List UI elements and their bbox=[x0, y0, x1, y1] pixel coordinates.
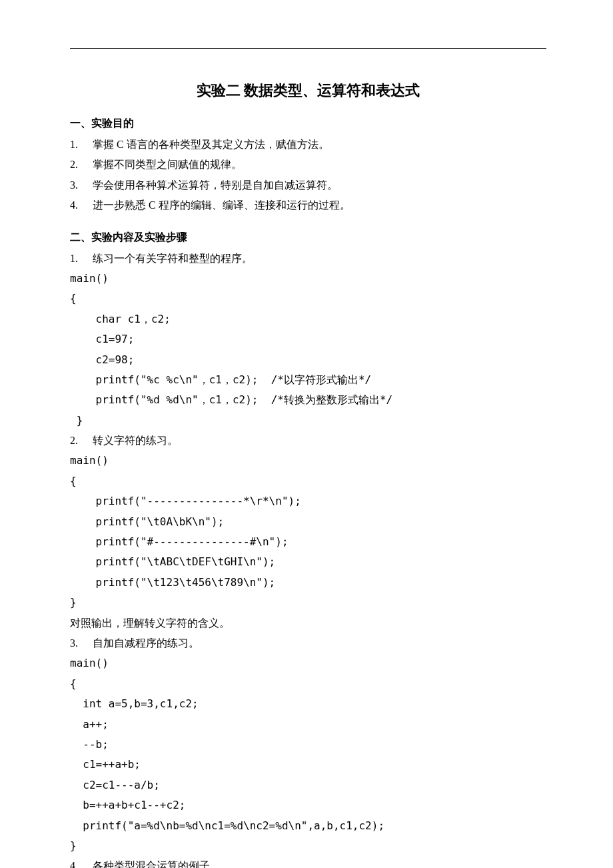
section-a-list: 1. 掌握 C 语言的各种类型及其定义方法，赋值方法。 2. 掌握不同类型之间赋… bbox=[70, 135, 546, 216]
exercise-number: 4. bbox=[70, 856, 93, 868]
list-item-number: 3. bbox=[70, 175, 93, 195]
exercise-line: 4.各种类型混合运算的例子 bbox=[70, 856, 546, 868]
code-block-2: main() { printf("---------------*\r*\n")… bbox=[70, 451, 546, 613]
list-item-text: 学会使用各种算术运算符，特别是自加自减运算符。 bbox=[93, 175, 546, 195]
list-item: 2. 掌握不同类型之间赋值的规律。 bbox=[70, 155, 546, 175]
list-item-text: 进一步熟悉 C 程序的编辑、编译、连接和运行的过程。 bbox=[93, 195, 546, 215]
list-item: 1. 掌握 C 语言的各种类型及其定义方法，赋值方法。 bbox=[70, 135, 546, 155]
exercise-trailer: 对照输出，理解转义字符的含义。 bbox=[70, 613, 546, 633]
list-item: 3. 学会使用各种算术运算符，特别是自加自减运算符。 bbox=[70, 175, 546, 195]
exercise-desc: 转义字符的练习。 bbox=[93, 435, 178, 446]
list-item-number: 1. bbox=[70, 135, 93, 155]
code-block-1: main() { char c1，c2; c1=97; c2=98; print… bbox=[70, 269, 546, 431]
exercise-line: 1.练习一个有关字符和整型的程序。 bbox=[70, 249, 546, 269]
list-item-text: 掌握 C 语言的各种类型及其定义方法，赋值方法。 bbox=[93, 135, 546, 155]
exercise-number: 3. bbox=[70, 633, 93, 653]
list-item-number: 4. bbox=[70, 195, 93, 215]
exercise-desc: 练习一个有关字符和整型的程序。 bbox=[93, 253, 253, 264]
list-item-number: 2. bbox=[70, 155, 93, 175]
exercise-desc: 各种类型混合运算的例子 bbox=[93, 860, 210, 868]
section-a-heading: 一、实验目的 bbox=[70, 117, 546, 131]
list-item: 4. 进一步熟悉 C 程序的编辑、编译、连接和运行的过程。 bbox=[70, 195, 546, 215]
exercise-line: 2.转义字符的练习。 bbox=[70, 431, 546, 451]
list-item-text: 掌握不同类型之间赋值的规律。 bbox=[93, 155, 546, 175]
document-title: 实验二 数据类型、运算符和表达式 bbox=[70, 81, 546, 101]
document-page: 实验二 数据类型、运算符和表达式 一、实验目的 1. 掌握 C 语言的各种类型及… bbox=[0, 0, 613, 868]
code-block-3: main() { int a=5,b=3,c1,c2; a++; --b; c1… bbox=[70, 653, 546, 856]
section-b-heading: 二、实验内容及实验步骤 bbox=[70, 231, 546, 245]
exercise-number: 2. bbox=[70, 431, 93, 451]
exercise-number: 1. bbox=[70, 249, 93, 269]
top-rule bbox=[70, 48, 546, 49]
exercise-line: 3.自加自减程序的练习。 bbox=[70, 633, 546, 653]
exercise-desc: 自加自减程序的练习。 bbox=[93, 637, 199, 649]
